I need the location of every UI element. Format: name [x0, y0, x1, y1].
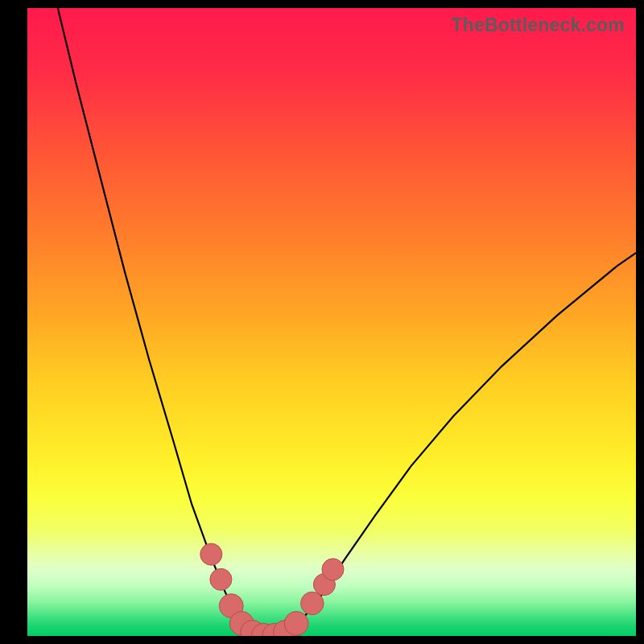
- chart-frame: TheBottleneck.com: [0, 0, 644, 644]
- curve-marker: [200, 543, 222, 565]
- curve-marker: [284, 612, 308, 636]
- curve-marker: [301, 592, 324, 614]
- plot-area: TheBottleneck.com: [27, 8, 636, 636]
- bottleneck-curve: [58, 8, 636, 636]
- curve-markers: [200, 543, 344, 636]
- curve-marker: [322, 559, 344, 580]
- curve-marker: [210, 568, 232, 590]
- curve-layer: [27, 8, 636, 636]
- watermark-text: TheBottleneck.com: [451, 14, 625, 36]
